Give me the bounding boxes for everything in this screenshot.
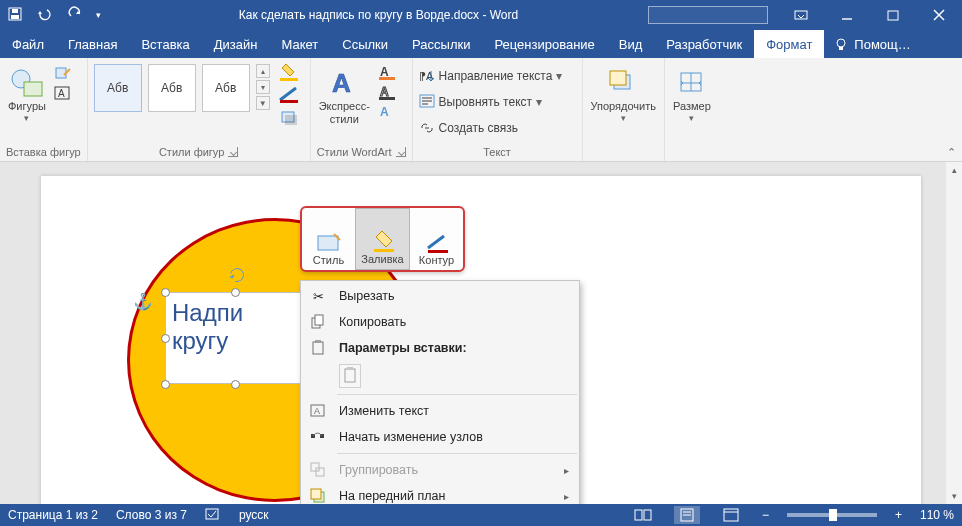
copy-icon — [307, 311, 329, 333]
tab-design[interactable]: Дизайн — [202, 30, 270, 58]
group-label-insert-shapes: Вставка фигур — [6, 143, 81, 161]
align-text-button[interactable]: Выровнять текст▾ — [419, 90, 542, 114]
collapse-ribbon-icon[interactable]: ⌃ — [947, 146, 956, 159]
language-indicator[interactable]: русск — [239, 508, 269, 522]
edit-points-icon — [307, 426, 329, 448]
redo-icon[interactable] — [68, 7, 82, 24]
ctx-edit-points[interactable]: Начать изменение узлов — [301, 424, 579, 450]
web-layout-icon[interactable] — [718, 506, 744, 524]
tab-file[interactable]: Файл — [0, 30, 56, 58]
shape-outline-icon[interactable] — [278, 86, 304, 104]
ribbon-options-icon[interactable] — [778, 0, 824, 30]
zoom-in-icon[interactable]: + — [895, 508, 902, 522]
tab-developer[interactable]: Разработчик — [654, 30, 754, 58]
lightbulb-icon — [834, 37, 848, 51]
read-mode-icon[interactable] — [630, 506, 656, 524]
mini-style-button[interactable]: Стиль — [302, 208, 355, 270]
status-bar: Страница 1 из 2 Слово 3 из 7 русск − + 1… — [0, 504, 962, 526]
quick-styles-button[interactable]: A Экспресс- стили — [317, 64, 372, 127]
resize-handle[interactable] — [161, 288, 170, 297]
shape-style-1[interactable]: Абв — [94, 64, 142, 112]
tab-review[interactable]: Рецензирование — [482, 30, 606, 58]
mini-fill-button[interactable]: Заливка — [355, 208, 410, 270]
scroll-up-icon[interactable]: ▴ — [946, 162, 962, 178]
tab-view[interactable]: Вид — [607, 30, 655, 58]
proofing-icon[interactable] — [205, 507, 221, 524]
ctx-cut[interactable]: ✂ Вырезать — [301, 283, 579, 309]
align-text-icon — [419, 94, 435, 110]
shape-fill-icon[interactable] — [278, 64, 304, 82]
text-box[interactable]: Надпи кругу — [165, 292, 305, 384]
tab-home[interactable]: Главная — [56, 30, 129, 58]
resize-handle[interactable] — [161, 334, 170, 343]
tab-mailings[interactable]: Рассылки — [400, 30, 482, 58]
textbox-icon[interactable]: A — [54, 86, 74, 102]
text-direction-icon: ⁋A — [419, 68, 435, 84]
group-insert-shapes: Фигуры ▾ A Вставка фигур — [0, 58, 88, 161]
tab-format[interactable]: Формат — [754, 30, 824, 58]
textbox-line2: кругу — [172, 327, 298, 355]
resize-handle[interactable] — [231, 380, 240, 389]
arrange-button[interactable]: Упорядочить ▾ — [589, 64, 658, 125]
style-gallery-scroll[interactable]: ▴▾▼ — [256, 64, 272, 110]
size-button[interactable]: Размер ▾ — [671, 64, 713, 125]
tab-references[interactable]: Ссылки — [330, 30, 400, 58]
group-shape-styles: Абв Абв Абв ▴▾▼ Стили фигур — [88, 58, 311, 161]
text-direction-button[interactable]: ⁋A Направление текста▾ — [419, 64, 563, 88]
scroll-down-icon[interactable]: ▾ — [946, 488, 962, 504]
edit-shape-icon[interactable] — [54, 66, 74, 82]
account-box[interactable] — [648, 6, 768, 24]
separator — [337, 453, 577, 454]
ctx-copy[interactable]: Копировать — [301, 309, 579, 335]
chevron-down-icon: ▾ — [689, 113, 694, 123]
insert-shapes-button[interactable]: Фигуры ▾ — [6, 64, 48, 125]
shape-style-3[interactable]: Абв — [202, 64, 250, 112]
svg-point-8 — [837, 39, 845, 47]
page[interactable]: ⚓ Надпи кругу Стиль Заливка Контур — [41, 176, 921, 504]
create-link-label: Создать связь — [439, 121, 518, 135]
size-icon — [675, 66, 709, 100]
dialog-launcher-icon[interactable] — [396, 147, 406, 157]
tab-layout[interactable]: Макет — [269, 30, 330, 58]
shapes-gallery-icon — [10, 66, 44, 100]
text-effects-icon[interactable]: A — [378, 104, 402, 120]
ctx-group-label: Группировать — [339, 463, 418, 477]
dialog-launcher-icon[interactable] — [228, 147, 238, 157]
undo-icon[interactable] — [36, 7, 54, 24]
tab-insert[interactable]: Вставка — [129, 30, 201, 58]
text-fill-icon[interactable]: A — [378, 64, 402, 80]
shape-style-2[interactable]: Абв — [148, 64, 196, 112]
arrange-label: Упорядочить — [591, 100, 656, 113]
create-link-button[interactable]: Создать связь — [419, 116, 518, 140]
minimize-icon[interactable] — [824, 0, 870, 30]
resize-handle[interactable] — [161, 380, 170, 389]
wordart-a-icon: A — [327, 66, 361, 100]
ctx-edit-text-label: Изменить текст — [339, 404, 429, 418]
mini-toolbar: Стиль Заливка Контур — [300, 206, 465, 272]
text-outline-icon[interactable]: A — [378, 84, 402, 100]
page-indicator[interactable]: Страница 1 из 2 — [8, 508, 98, 522]
print-layout-icon[interactable] — [674, 506, 700, 524]
save-icon[interactable] — [8, 7, 22, 24]
paste-keep-source-button[interactable] — [339, 364, 361, 388]
zoom-level[interactable]: 110 % — [920, 508, 954, 522]
text-direction-label: Направление текста — [439, 69, 553, 83]
qat-customize-icon[interactable]: ▾ — [96, 10, 101, 20]
svg-rect-54 — [644, 510, 651, 520]
zoom-out-icon[interactable]: − — [762, 508, 769, 522]
svg-rect-39 — [315, 340, 321, 343]
svg-text:A: A — [380, 85, 389, 99]
maximize-icon[interactable] — [870, 0, 916, 30]
vertical-scrollbar[interactable]: ▴ ▾ — [946, 162, 962, 504]
zoom-slider[interactable] — [787, 513, 877, 517]
mini-outline-button[interactable]: Контур — [410, 208, 463, 270]
ctx-edit-text[interactable]: A Изменить текст — [301, 398, 579, 424]
shape-effects-icon[interactable] — [278, 108, 304, 126]
ctx-edit-points-label: Начать изменение узлов — [339, 430, 483, 444]
close-icon[interactable] — [916, 0, 962, 30]
ctx-bring-to-front[interactable]: На передний план ▸ — [301, 483, 579, 504]
mini-outline-label: Контур — [419, 254, 454, 266]
resize-handle[interactable] — [231, 288, 240, 297]
tell-me[interactable]: Помощ… — [834, 30, 910, 58]
word-count[interactable]: Слово 3 из 7 — [116, 508, 187, 522]
